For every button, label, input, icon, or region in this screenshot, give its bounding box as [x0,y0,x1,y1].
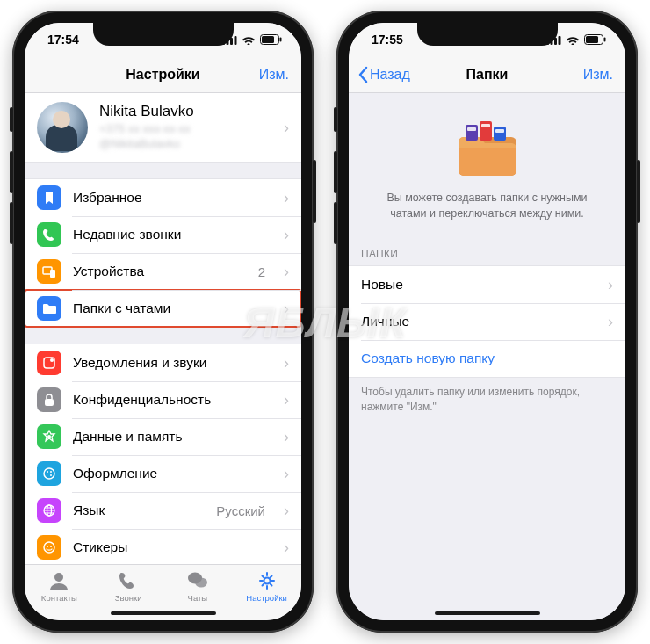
bell-icon [37,351,61,375]
folder-icon [37,296,61,321]
svg-rect-39 [494,127,506,141]
svg-rect-42 [495,129,504,133]
back-button[interactable]: Назад [358,56,410,92]
tab-settings[interactable]: Настройки [232,570,301,603]
navbar-folders: Назад Папки Изм. [349,56,625,93]
edit-button[interactable]: Изм. [259,56,289,92]
svg-point-27 [195,578,207,588]
svg-rect-5 [262,36,274,43]
chevron-right-icon: › [284,502,289,520]
page-title: Папки [466,67,509,83]
chevron-right-icon: › [284,189,289,207]
svg-point-13 [44,468,54,479]
svg-rect-8 [50,270,55,278]
chevron-right-icon: › [284,465,289,483]
chevron-right-icon: › [608,276,613,294]
chevron-right-icon: › [284,428,289,446]
home-indicator [435,611,540,615]
data-icon [37,424,61,449]
status-time: 17:55 [372,33,403,47]
row-label: Устройства [73,264,247,279]
row-globe[interactable]: ЯзыкРусский› [25,492,301,529]
row-detail: 2 [258,264,265,279]
lock-icon [37,387,61,412]
bookmark-icon [37,185,61,210]
profile-phone: +375 xx xxx-xx-xx [99,122,271,137]
svg-rect-6 [280,38,282,42]
notch [93,23,234,46]
svg-rect-3 [235,36,237,45]
svg-point-19 [44,542,54,553]
row-data[interactable]: Данные и память› [25,418,301,455]
svg-point-21 [50,546,52,547]
chevron-right-icon: › [284,300,289,318]
notch [417,23,558,46]
tab-calls[interactable]: Звонки [94,570,163,603]
row-sticker[interactable]: Стикеры› [25,529,301,564]
wifi-icon [242,35,256,45]
svg-rect-41 [481,124,490,127]
row-Новые[interactable]: Новые› [349,266,625,303]
row-folder[interactable]: Папки с чатами› [25,290,301,327]
svg-rect-35 [604,38,606,42]
tab-contacts[interactable]: Контакты [25,570,94,603]
row-Создать новую папку[interactable]: Создать новую папку [349,340,625,377]
page-title: Настройки [126,67,199,83]
row-devices[interactable]: Устройства2› [25,253,301,290]
intro-block: Вы можете создавать папки с нужными чата… [349,93,625,235]
intro-text: Вы можете создавать папки с нужными чата… [370,190,604,221]
row-label: Данные и память [73,429,271,445]
row-label: Уведомления и звуки [73,355,271,371]
chevron-right-icon: › [284,354,289,373]
row-label: Создать новую папку [361,351,613,366]
section-header-folders: ПАПКИ [349,235,625,265]
wifi-icon [566,35,580,45]
edit-button[interactable]: Изм. [583,56,613,92]
svg-rect-32 [559,36,561,45]
row-label: Оформление [73,466,271,481]
row-brush[interactable]: Оформление› [25,455,301,492]
devices-icon [37,259,61,284]
row-bell[interactable]: Уведомления и звуки› [25,344,301,381]
home-indicator [111,611,216,615]
chevron-right-icon: › [284,539,289,557]
svg-rect-11 [45,399,54,406]
tab-chats[interactable]: Чаты [163,570,233,603]
folders-illustration-icon [453,119,522,177]
row-label: Язык [73,503,205,518]
chevron-right-icon: › [284,263,289,281]
phone-icon [37,222,61,247]
row-bookmark[interactable]: Избранное› [25,179,301,216]
profile-row[interactable]: Nikita Bulavko +375 xx xxx-xx-xx @Nikita… [25,93,301,163]
row-label: Недавние звонки [73,227,271,242]
svg-point-25 [54,573,63,582]
battery-icon [584,34,606,45]
row-Личные[interactable]: Личные› [349,303,625,340]
chevron-right-icon: › [608,313,613,331]
svg-point-12 [47,435,51,438]
globe-icon [37,498,61,523]
chevron-right-icon: › [284,391,289,409]
navbar-settings: Настройки Изм. [25,56,301,93]
chevron-right-icon: › [284,119,289,137]
svg-rect-34 [586,36,598,43]
svg-point-28 [264,578,270,584]
brush-icon [37,461,61,486]
sticker-icon [37,535,61,560]
svg-rect-37 [466,125,478,141]
footer-note: Чтобы удалить папку или изменить порядок… [349,378,625,415]
chevron-right-icon: › [284,226,289,244]
row-label: Папки с чатами [73,300,271,316]
row-label: Избранное [73,190,271,206]
row-detail: Русский [216,503,265,518]
row-label: Конфиденциальность [73,392,271,408]
svg-point-20 [47,546,48,547]
phone-left: 17:54 Настройки Изм. Nikita Bulavko +375… [12,11,314,633]
svg-point-10 [50,358,54,362]
battery-icon [260,34,282,45]
row-label: Стикеры [73,539,271,555]
row-label: Личные [361,314,595,329]
row-lock[interactable]: Конфиденциальность› [25,381,301,418]
row-phone[interactable]: Недавние звонки› [25,216,301,253]
avatar [37,102,88,153]
